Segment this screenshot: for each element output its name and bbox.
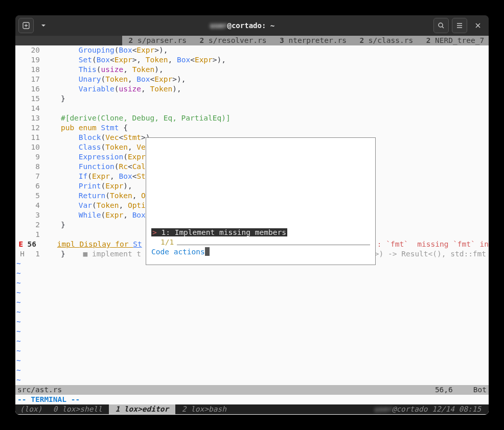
- code-action-item[interactable]: > 1: Implement missing members: [151, 228, 287, 236]
- search-button[interactable]: [433, 18, 449, 33]
- code-line: 19 Set(Box<Expr>, Token, Box<Expr>),: [15, 55, 489, 65]
- empty-line: ~: [15, 337, 489, 346]
- code-line: 13 #[derive(Clone, Debug, Eq, PartialEq)…: [15, 113, 489, 123]
- new-tab-dropdown[interactable]: [36, 18, 51, 33]
- terminal-window: user@cortado: ~ 1 /n/E/114;#FZF 2 s/pars…: [15, 15, 489, 415]
- empty-line: ~: [15, 307, 489, 317]
- menu-button[interactable]: [452, 18, 467, 33]
- status-filename: src/ast.rs: [17, 385, 62, 395]
- tmux-session: (lox): [15, 404, 47, 414]
- empty-line: ~: [15, 278, 489, 288]
- empty-line: ~: [15, 346, 489, 356]
- window-title: user@cortado: ~: [51, 21, 433, 30]
- bufferline-tab[interactable]: 2 NERD_tree_7: [420, 36, 489, 45]
- fzf-input[interactable]: [205, 247, 210, 256]
- empty-line: ~: [15, 366, 489, 375]
- fzf-popup[interactable]: > 1: Implement missing members 1/1 Code …: [146, 137, 376, 265]
- code-line: 20 Grouping(Box<Expr>),: [15, 45, 489, 55]
- bufferline-tab[interactable]: 2 s/class.rs: [353, 36, 420, 45]
- code-line: 17 Unary(Token, Box<Expr>),: [15, 75, 489, 84]
- svg-point-1: [439, 23, 443, 27]
- code-line: 18 This(usize, Token),: [15, 65, 489, 75]
- tmux-window[interactable]: 2 lox>bash: [175, 404, 233, 414]
- empty-line: ~: [15, 288, 489, 298]
- bufferline-tab[interactable]: 3 nterpreter.rs: [273, 36, 353, 45]
- terminal-area[interactable]: 1 /n/E/114;#FZF 2 s/parser.rs 2 s/resolv…: [15, 36, 489, 415]
- empty-line: ~: [15, 317, 489, 327]
- status-scroll: Bot: [473, 385, 487, 395]
- empty-line: ~: [15, 327, 489, 337]
- fzf-counter: 1/1: [151, 237, 174, 247]
- tmux-window[interactable]: 1 lox>editor: [109, 404, 175, 414]
- empty-line: ~: [15, 375, 489, 385]
- bufferline-tab[interactable]: 2 s/parser.rs: [122, 36, 193, 45]
- code-line: 15 }: [15, 94, 489, 104]
- empty-line: ~: [15, 356, 489, 366]
- fzf-prompt: Code actions: [151, 248, 205, 256]
- titlebar: user@cortado: ~: [15, 15, 489, 36]
- new-tab-button[interactable]: [18, 18, 34, 33]
- code-line: 14: [15, 104, 489, 113]
- code-line: 16 Variable(usize, Token),: [15, 84, 489, 94]
- tmux-window[interactable]: 0 lox>shell: [47, 404, 109, 414]
- code-line: 12 pub enum Stmt {: [15, 123, 489, 133]
- mode-indicator: -- TERMINAL --: [15, 395, 489, 404]
- close-button[interactable]: [470, 18, 486, 33]
- tmux-right: user@cortado 12/14 08:15: [374, 404, 489, 414]
- bufferline: 1 /n/E/114;#FZF 2 s/parser.rs 2 s/resolv…: [15, 36, 489, 45]
- bufferline-tab[interactable]: 2 s/resolver.rs: [193, 36, 273, 45]
- empty-line: ~: [15, 298, 489, 307]
- status-position: 56,6: [435, 385, 453, 395]
- empty-line: ~: [15, 269, 489, 278]
- statusline: src/ast.rs 56,6 Bot: [15, 385, 489, 395]
- bufferline-current[interactable]: 1 /n/E/114;#FZF: [15, 36, 122, 45]
- tmux-statusbar: (lox) 0 lox>shell 1 lox>editor 2 lox>bas…: [15, 404, 489, 414]
